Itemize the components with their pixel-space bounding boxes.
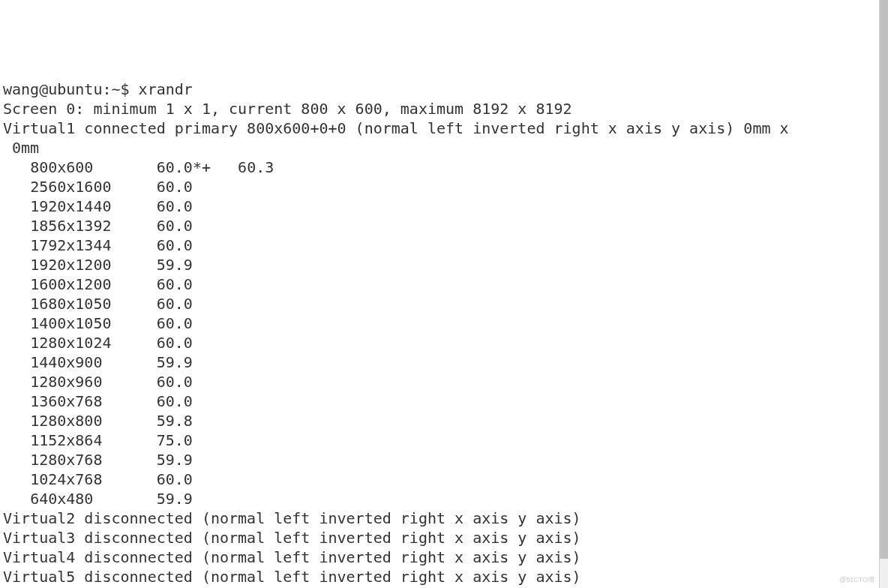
scrollbar-thumb[interactable] [880, 0, 888, 559]
mode-line: 1360x768 60.0 [3, 392, 193, 410]
disconnected-line: Virtual4 disconnected (normal left inver… [3, 548, 581, 566]
watermark-text: @51CTO博 [839, 576, 874, 585]
disconnected-line: Virtual5 disconnected (normal left inver… [3, 568, 581, 586]
screen-info-line: Screen 0: minimum 1 x 1, current 800 x 6… [3, 100, 572, 118]
mode-line: 1400x1050 60.0 [3, 314, 193, 332]
mode-line: 1680x1050 60.0 [3, 295, 193, 313]
prompt-line-1: wang@ubuntu:~$ xrandr [3, 80, 193, 98]
mode-line: 1152x864 75.0 [3, 431, 193, 449]
mode-line: 1280x960 60.0 [3, 373, 193, 391]
mode-line: 1280x768 59.9 [3, 451, 193, 469]
mode-line: 1440x900 59.9 [3, 353, 193, 371]
virtual1-connected-line: Virtual1 connected primary 800x600+0+0 (… [3, 119, 789, 137]
mode-line: 1280x1024 60.0 [3, 334, 193, 352]
vertical-scrollbar[interactable] [879, 0, 888, 588]
terminal-output[interactable]: wang@ubuntu:~$ xrandr Screen 0: minimum … [0, 78, 888, 588]
mode-line: 1920x1200 59.9 [3, 256, 193, 274]
mode-line: 2560x1600 60.0 [3, 178, 193, 196]
mode-line: 1920x1440 60.0 [3, 197, 193, 215]
mode-line: 1280x800 59.8 [3, 412, 193, 430]
mode-line: 1856x1392 60.0 [3, 217, 193, 235]
mode-line: 1024x768 60.0 [3, 470, 193, 488]
mode-line: 1600x1200 60.0 [3, 275, 193, 293]
disconnected-line: Virtual3 disconnected (normal left inver… [3, 529, 581, 547]
virtual1-connected-wrap: 0mm [3, 139, 39, 157]
disconnected-line: Virtual2 disconnected (normal left inver… [3, 509, 581, 527]
mode-line: 640x480 59.9 [3, 490, 193, 508]
mode-line: 800x600 60.0*+ 60.3 [3, 158, 274, 176]
mode-line: 1792x1344 60.0 [3, 236, 193, 254]
